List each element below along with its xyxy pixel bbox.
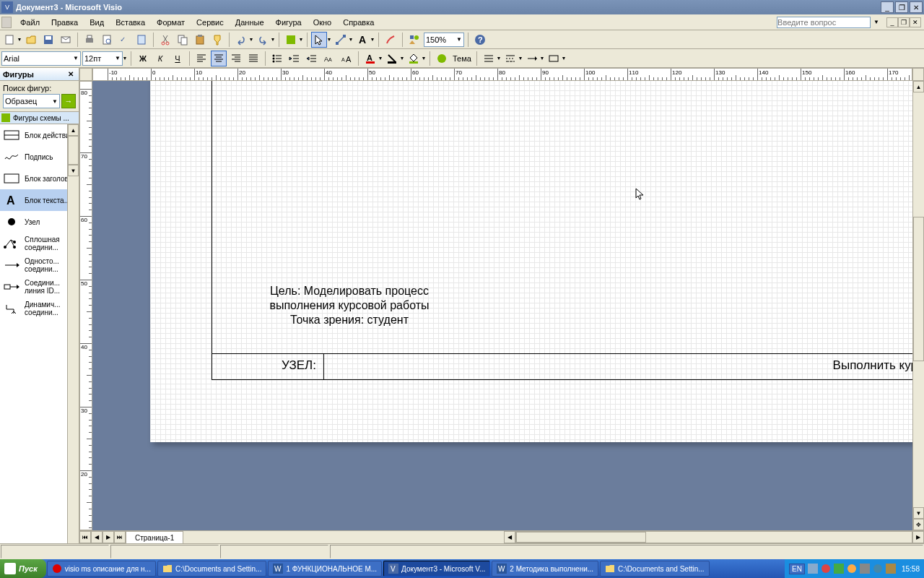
undo-button[interactable] [233, 32, 249, 48]
pan-button[interactable]: ✥ [913, 519, 924, 530]
tray-icon-7[interactable] [886, 564, 896, 574]
task-button-folder2[interactable]: C:\Documents and Settin... [600, 561, 710, 577]
maximize-button[interactable]: ❐ [895, 1, 908, 13]
size-dropdown-icon[interactable]: ▼ [123, 56, 127, 61]
language-indicator[interactable]: EN [789, 564, 805, 574]
task-button-visio[interactable]: VДокумент3 - Microsoft V... [383, 561, 490, 577]
menu-service[interactable]: Сервис [191, 17, 230, 28]
doc-restore-button[interactable]: ❐ [898, 17, 910, 27]
fill-color-button[interactable] [406, 51, 422, 66]
text-tool-button[interactable]: A [354, 32, 370, 48]
menu-data[interactable]: Данные [230, 17, 270, 28]
tab-last-button[interactable]: ⏭ [114, 531, 126, 543]
line-color-dropdown-icon[interactable]: ▼ [400, 56, 404, 61]
font-combo[interactable]: Arial▼ [1, 51, 81, 66]
font-color-dropdown-icon[interactable]: ▼ [378, 56, 383, 61]
taskbar-clock[interactable]: 15:58 [902, 565, 920, 573]
tab-prev-button[interactable]: ◀ [91, 531, 103, 543]
ask-question-input[interactable] [777, 17, 871, 28]
menu-format[interactable]: Формат [151, 17, 191, 28]
canvas[interactable]: Цель: Моделировать процесс выполнения ку… [92, 81, 912, 530]
menu-shape[interactable]: Фигура [270, 17, 308, 28]
task-button-folder1[interactable]: C:\Documents and Settin... [157, 561, 267, 577]
format-painter-button[interactable] [209, 32, 225, 48]
menu-help[interactable]: Справка [337, 17, 380, 28]
zoom-combo[interactable]: 150%▼ [424, 33, 464, 47]
cut-button[interactable] [157, 32, 173, 48]
line-weight-button[interactable] [481, 51, 497, 66]
undo-dropdown-icon[interactable]: ▼ [249, 37, 253, 42]
ask-dropdown-icon[interactable]: ▼ [873, 19, 879, 25]
tray-icon-5[interactable] [860, 564, 870, 574]
shapes-close-button[interactable]: ✕ [66, 69, 76, 79]
copy-button[interactable] [175, 32, 191, 48]
page-tab-1[interactable]: Страница-1 [126, 531, 183, 543]
menu-view[interactable]: Вид [84, 17, 110, 28]
tray-icon-3[interactable] [834, 564, 844, 574]
font-size-combo[interactable]: 12пт▼ [82, 51, 123, 66]
open-button[interactable] [23, 32, 39, 48]
increase-indent-button[interactable] [304, 51, 320, 66]
tab-next-button[interactable]: ▶ [103, 531, 114, 543]
paste-button[interactable] [192, 32, 208, 48]
shapes-window-button[interactable] [406, 32, 422, 48]
stencil-button[interactable] [283, 32, 299, 48]
bullets-button[interactable] [269, 51, 285, 66]
underline-button[interactable]: Ч [170, 51, 186, 66]
task-button-word1[interactable]: W1 ФУНКЦИОНАЛЬНОЕ М... [268, 561, 382, 577]
menu-insert[interactable]: Вставка [110, 17, 151, 28]
spelling-button[interactable]: ✓ [116, 32, 132, 48]
decrease-indent-button[interactable] [287, 51, 302, 66]
italic-button[interactable]: К [152, 51, 168, 66]
tab-first-button[interactable]: ⏮ [79, 531, 91, 543]
new-button[interactable] [1, 32, 17, 48]
task-button-opera[interactable]: visio ms описание для н... [47, 561, 156, 577]
line-color-button[interactable] [384, 51, 400, 66]
horizontal-ruler[interactable]: -100102030405060708090100110120130140150… [92, 68, 912, 81]
doc-close-button[interactable]: ✕ [910, 17, 921, 27]
pointer-dropdown-icon[interactable]: ▼ [327, 37, 331, 42]
theme-button[interactable] [434, 51, 450, 66]
shapes-stencil-header[interactable]: Фигуры схемы ... [0, 111, 79, 124]
doc-minimize-button[interactable]: _ [886, 17, 898, 27]
menu-file[interactable]: Файл [14, 17, 45, 28]
vertical-ruler[interactable]: 80706050403020 [79, 81, 92, 530]
font-color-button[interactable]: A [362, 51, 378, 66]
horizontal-scrollbar[interactable]: ◀ ▶ [504, 531, 924, 543]
bold-button[interactable]: Ж [135, 51, 151, 66]
tray-icon-6[interactable] [873, 564, 883, 574]
tray-icon-1[interactable] [808, 564, 818, 574]
align-center-button[interactable] [211, 51, 227, 66]
pointer-tool-button[interactable] [311, 32, 327, 48]
print-preview-button[interactable] [99, 32, 115, 48]
redo-dropdown-icon[interactable]: ▼ [271, 37, 275, 42]
stencil-dropdown-icon[interactable]: ▼ [299, 37, 303, 42]
redo-button[interactable] [255, 32, 271, 48]
new-dropdown-icon[interactable]: ▼ [17, 37, 22, 42]
ink-button[interactable] [383, 32, 398, 48]
help-button[interactable]: ? [472, 32, 488, 48]
fill-color-dropdown-icon[interactable]: ▼ [422, 56, 426, 61]
menu-window[interactable]: Окно [308, 17, 338, 28]
vertical-scrollbar[interactable]: ▲ ▼ ✥ [912, 81, 924, 530]
text-dropdown-icon[interactable]: ▼ [370, 37, 375, 42]
shapes-search-combo[interactable]: Образец▼ [3, 94, 60, 108]
start-button[interactable]: ⊞ Пуск [0, 559, 46, 578]
shapes-search-go-button[interactable]: → [61, 94, 76, 108]
align-right-button[interactable] [228, 51, 244, 66]
connector-dropdown-icon[interactable]: ▼ [349, 37, 353, 42]
tray-icon-2[interactable] [821, 564, 831, 574]
line-ends-button[interactable] [524, 51, 540, 66]
task-button-word2[interactable]: W2 Методика выполнени... [492, 561, 598, 577]
decrease-font-button[interactable]: AA [321, 51, 337, 66]
align-left-button[interactable] [193, 51, 209, 66]
close-button[interactable]: ✕ [910, 1, 923, 13]
minimize-button[interactable]: _ [881, 1, 894, 13]
save-button[interactable] [40, 32, 56, 48]
menu-edit[interactable]: Правка [45, 17, 84, 28]
print-button[interactable] [82, 32, 97, 48]
tray-icon-4[interactable] [847, 564, 857, 574]
increase-font-button[interactable]: AA [339, 51, 354, 66]
format-button[interactable] [546, 51, 562, 66]
research-button[interactable] [134, 32, 149, 48]
